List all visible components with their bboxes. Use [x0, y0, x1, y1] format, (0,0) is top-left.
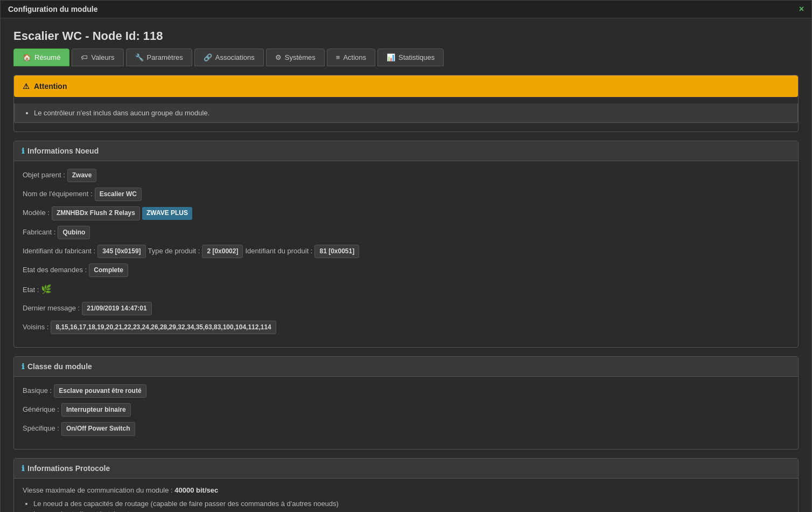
tab-parametres-label: Paramètres [147, 53, 183, 61]
voisins-label: Voisins : [23, 322, 48, 333]
alert-header: ⚠ Attention [14, 75, 798, 97]
row-fabricant: Fabricant : Qubino [23, 226, 789, 239]
modele-value: ZMNHBDx Flush 2 Relays [52, 206, 140, 220]
specifique-value: On/Off Power Switch [61, 422, 135, 435]
row-objet-parent: Objet parent : Zwave [23, 169, 789, 182]
content-area: ⚠ Attention Le contrôleur n'est inclus d… [1, 66, 811, 512]
panel-protocole-title: Informations Protocole [27, 464, 110, 473]
leaf-icon: 🌿 [41, 282, 52, 296]
modele-label: Modèle : [23, 207, 50, 219]
panel-classe-title: Classe du module [27, 362, 92, 371]
type-produit-value: 2 [0x0002] [202, 245, 243, 258]
generique-label: Générique : [23, 404, 59, 416]
etat-label: Etat : [23, 285, 39, 296]
alert-block: ⚠ Attention Le contrôleur n'est inclus d… [13, 75, 799, 132]
row-basique: Basique : Esclave pouvant être routé [23, 384, 789, 398]
fabricant-label: Fabricant : [23, 227, 55, 238]
row-nom-equipement: Nom de l'équipement : Escalier WC [23, 188, 789, 201]
tab-valeurs[interactable]: 🏷 Valeurs [72, 49, 123, 66]
tab-resume[interactable]: 🏠 Résumé [13, 49, 69, 66]
nom-equipement-label: Nom de l'équipement : [23, 189, 93, 200]
specifique-label: Spécifique : [23, 423, 59, 434]
row-identifiants: Identifiant du fabricant : 345 [0x0159] … [23, 245, 789, 258]
tab-associations-label: Associations [215, 53, 255, 61]
protocole-bullet-1: Le noeud a des capacités de routage (cap… [33, 500, 789, 508]
info-icon-noeud: ℹ [22, 147, 24, 155]
etat-demandes-value: Complete [89, 264, 128, 277]
protocole-bullet-2: Le noeud est alimenté et écoute en perma… [33, 510, 789, 512]
panel-noeud-title: Informations Noeud [27, 147, 99, 155]
share-icon: 🔗 [204, 53, 212, 61]
window-title: Configuration du module [8, 5, 97, 13]
tab-statistiques-label: Statistiques [398, 53, 435, 61]
panel-protocole: ℹ Informations Protocole Viesse maximale… [13, 458, 799, 512]
row-etat: Etat : 🌿 [23, 282, 789, 296]
speed-row: Viesse maximale de communication du modu… [23, 486, 789, 494]
bolt-icon: ≡ [336, 53, 340, 61]
generique-value: Interrupteur binaire [61, 403, 131, 417]
panel-noeud-body: Objet parent : Zwave Nom de l'équipement… [14, 161, 798, 347]
tab-statistiques[interactable]: 📊 Statistiques [377, 49, 444, 66]
panel-classe-heading: ℹ Classe du module [14, 357, 798, 377]
basique-label: Basique : [23, 385, 52, 397]
panel-protocole-body: Viesse maximale de communication du modu… [14, 479, 798, 512]
alert-body: Le contrôleur n'est inclus dans aucun gr… [14, 103, 798, 123]
close-button[interactable]: × [799, 5, 804, 13]
chart-icon: 📊 [387, 53, 395, 61]
type-produit-label: Type de produit : [148, 246, 200, 257]
speed-value: 40000 bit/sec [174, 486, 218, 494]
voisins-value: 8,15,16,17,18,19,20,21,22,23,24,26,28,29… [51, 321, 276, 334]
basique-value: Esclave pouvant être routé [54, 384, 146, 398]
tab-resume-label: Résumé [34, 53, 60, 61]
panel-classe: ℹ Classe du module Basique : Esclave pou… [13, 356, 799, 449]
objet-parent-value: Zwave [67, 169, 97, 182]
row-specifique: Spécifique : On/Off Power Switch [23, 422, 789, 435]
tab-systemes[interactable]: ⚙ Systèmes [266, 49, 325, 66]
row-etat-demandes: Etat des demandes : Complete [23, 264, 789, 277]
identifiant-produit-value: 81 [0x0051] [314, 245, 359, 258]
dernier-message-value: 21/09/2019 14:47:01 [82, 302, 151, 315]
cog-icon: ⚙ [275, 53, 282, 61]
row-modele: Modèle : ZMNHBDx Flush 2 Relays ZWAVE PL… [23, 206, 789, 220]
row-dernier-message: Dernier message : 21/09/2019 14:47:01 [23, 302, 789, 315]
info-icon-protocole: ℹ [22, 464, 24, 473]
modele-badge: ZWAVE PLUS [142, 207, 192, 219]
alert-message: Le contrôleur n'est inclus dans aucun gr… [34, 109, 789, 117]
panel-noeud-heading: ℹ Informations Noeud [14, 141, 798, 161]
panel-classe-body: Basique : Esclave pouvant être routé Gén… [14, 377, 798, 449]
identifiant-produit-label: Identifiant du produit : [245, 246, 312, 257]
tab-valeurs-label: Valeurs [91, 53, 114, 61]
protocole-bullets: Le noeud a des capacités de routage (cap… [23, 500, 789, 512]
tab-associations[interactable]: 🔗 Associations [194, 49, 264, 66]
tab-systemes-label: Systèmes [285, 53, 316, 61]
objet-parent-label: Objet parent : [23, 170, 65, 181]
fabricant-value: Qubino [58, 226, 90, 239]
panel-noeud: ℹ Informations Noeud Objet parent : Zwav… [13, 141, 799, 348]
etat-demandes-label: Etat des demandes : [23, 265, 87, 276]
tab-parametres[interactable]: 🔧 Paramètres [126, 49, 192, 66]
alert-title: Attention [34, 82, 67, 91]
tab-actions[interactable]: ≡ Actions [327, 49, 375, 66]
nom-equipement-value: Escalier WC [95, 188, 142, 201]
info-icon-classe: ℹ [22, 362, 24, 371]
tab-actions-label: Actions [343, 53, 366, 61]
wrench-icon: 🔧 [135, 53, 144, 61]
tab-bar: 🏠 Résumé 🏷 Valeurs 🔧 Paramètres 🔗 Associ… [1, 49, 811, 66]
identifiant-fab-value: 345 [0x0159] [97, 245, 145, 258]
row-generique: Générique : Interrupteur binaire [23, 403, 789, 417]
titlebar: Configuration du module × [1, 1, 811, 18]
row-voisins: Voisins : 8,15,16,17,18,19,20,21,22,23,2… [23, 321, 789, 334]
speed-label: Viesse maximale de communication du modu… [23, 486, 174, 494]
warning-icon: ⚠ [23, 82, 30, 91]
identifiant-fab-label: Identifiant du fabricant : [23, 246, 95, 257]
main-window: Configuration du module × Escalier WC - … [0, 0, 812, 512]
panel-protocole-heading: ℹ Informations Protocole [14, 459, 798, 479]
tag-icon: 🏷 [81, 53, 88, 61]
dernier-message-label: Dernier message : [23, 303, 80, 314]
home-icon: 🏠 [23, 53, 31, 61]
page-heading: Escalier WC - Node Id: 118 [1, 18, 811, 49]
